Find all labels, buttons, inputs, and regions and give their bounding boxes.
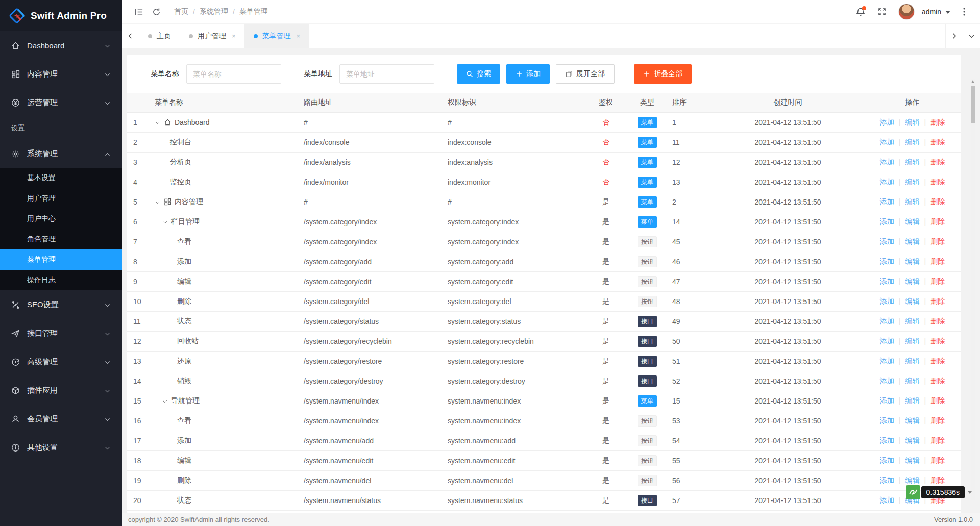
- row-add-link[interactable]: 添加: [880, 416, 894, 424]
- row-edit-link[interactable]: 编辑: [905, 357, 920, 365]
- sidebar-subitem-菜单管理[interactable]: 菜单管理: [0, 249, 122, 270]
- row-delete-link[interactable]: 删除: [930, 138, 945, 146]
- row-edit-link[interactable]: 编辑: [905, 277, 920, 285]
- row-add-link[interactable]: 添加: [880, 476, 894, 484]
- sidebar-item-插件应用[interactable]: 插件应用: [0, 376, 122, 405]
- breadcrumb-home[interactable]: 首页: [174, 7, 188, 16]
- row-delete-link[interactable]: 删除: [930, 377, 945, 385]
- row-delete-link[interactable]: 删除: [930, 337, 945, 345]
- row-add-link[interactable]: 添加: [880, 297, 894, 305]
- sidebar-item-dashboard[interactable]: Dashboard: [0, 31, 122, 60]
- row-edit-link[interactable]: 编辑: [905, 377, 920, 385]
- row-delete-link[interactable]: 删除: [930, 436, 945, 444]
- row-add-link[interactable]: 添加: [880, 197, 894, 206]
- sidebar-item-会员管理[interactable]: 会员管理: [0, 405, 122, 433]
- row-delete-link[interactable]: 删除: [930, 217, 945, 226]
- row-add-link[interactable]: 添加: [880, 317, 894, 325]
- row-edit-link[interactable]: 编辑: [905, 317, 920, 325]
- scrollbar-thumb[interactable]: [971, 86, 975, 123]
- row-add-link[interactable]: 添加: [880, 357, 894, 365]
- tab-close-icon[interactable]: ×: [297, 32, 301, 40]
- row-delete-link[interactable]: 删除: [930, 277, 945, 285]
- row-add-link[interactable]: 添加: [880, 257, 894, 265]
- debug-time-badge[interactable]: 0.315836s: [921, 486, 965, 498]
- row-add-link[interactable]: 添加: [880, 178, 894, 186]
- row-add-link[interactable]: 添加: [880, 337, 894, 345]
- tab-菜单管理[interactable]: 菜单管理×: [245, 24, 310, 48]
- tabs-scroll-left-button[interactable]: [122, 24, 139, 48]
- row-edit-link[interactable]: 编辑: [905, 138, 920, 146]
- debug-toolbar[interactable]: 0.315836s: [906, 485, 972, 499]
- row-delete-link[interactable]: 删除: [930, 197, 945, 206]
- notifications-button[interactable]: [851, 3, 870, 21]
- menu-name-cell[interactable]: 栏目管理: [155, 217, 296, 227]
- row-delete-link[interactable]: 删除: [930, 357, 945, 365]
- avatar[interactable]: [898, 4, 915, 20]
- search-button[interactable]: 搜索: [457, 64, 500, 84]
- sidebar-item-高级管理[interactable]: 高级管理: [0, 347, 122, 376]
- row-delete-link[interactable]: 删除: [930, 476, 945, 484]
- row-add-link[interactable]: 添加: [880, 436, 894, 444]
- row-add-link[interactable]: 添加: [880, 217, 894, 226]
- sidebar-subitem-基本设置[interactable]: 基本设置: [0, 168, 122, 188]
- fullscreen-button[interactable]: [873, 3, 891, 21]
- sidebar-item-seo设置[interactable]: SEO设置: [0, 290, 122, 319]
- menu-name-input[interactable]: [186, 64, 281, 84]
- sidebar-item-系统管理[interactable]: 系统管理: [0, 139, 122, 168]
- menu-url-input[interactable]: [339, 64, 434, 84]
- scrollbar-up-arrow-icon[interactable]: [971, 80, 974, 83]
- row-add-link[interactable]: 添加: [880, 138, 894, 146]
- row-edit-link[interactable]: 编辑: [905, 416, 920, 424]
- row-edit-link[interactable]: 编辑: [905, 217, 920, 226]
- sidebar-subitem-角色管理[interactable]: 角色管理: [0, 229, 122, 249]
- tab-主页[interactable]: 主页: [139, 24, 180, 48]
- row-edit-link[interactable]: 编辑: [905, 197, 920, 206]
- tabs-menu-button[interactable]: [963, 24, 980, 48]
- row-add-link[interactable]: 添加: [880, 456, 894, 464]
- row-delete-link[interactable]: 删除: [930, 118, 945, 126]
- tab-close-icon[interactable]: ×: [232, 32, 236, 40]
- row-edit-link[interactable]: 编辑: [905, 456, 920, 464]
- row-edit-link[interactable]: 编辑: [905, 476, 920, 484]
- menu-name-cell[interactable]: Dashboard: [155, 118, 296, 127]
- sidebar-subitem-操作日志[interactable]: 操作日志: [0, 270, 122, 290]
- row-edit-link[interactable]: 编辑: [905, 118, 920, 126]
- debug-caret-icon[interactable]: [968, 491, 972, 494]
- collapse-sidebar-icon[interactable]: [130, 3, 148, 20]
- row-delete-link[interactable]: 删除: [930, 297, 945, 305]
- row-edit-link[interactable]: 编辑: [905, 297, 920, 305]
- row-edit-link[interactable]: 编辑: [905, 237, 920, 245]
- row-delete-link[interactable]: 删除: [930, 257, 945, 265]
- more-menu-button[interactable]: [957, 3, 972, 21]
- row-delete-link[interactable]: 删除: [930, 237, 945, 245]
- row-edit-link[interactable]: 编辑: [905, 396, 920, 405]
- menu-name-cell[interactable]: 导航管理: [155, 396, 296, 406]
- row-delete-link[interactable]: 删除: [930, 396, 945, 405]
- vertical-scrollbar[interactable]: [971, 79, 975, 500]
- user-menu-caret-icon[interactable]: [945, 11, 950, 14]
- tabs-scroll-right-button[interactable]: [945, 24, 963, 48]
- collapse-all-button[interactable]: 折叠全部: [634, 64, 692, 84]
- row-delete-link[interactable]: 删除: [930, 178, 945, 186]
- menu-name-cell[interactable]: 内容管理: [155, 197, 296, 207]
- row-delete-link[interactable]: 删除: [930, 456, 945, 464]
- row-delete-link[interactable]: 删除: [930, 317, 945, 325]
- sidebar-item-其他设置[interactable]: 其他设置: [0, 433, 122, 462]
- row-edit-link[interactable]: 编辑: [905, 257, 920, 265]
- sidebar-subitem-用户中心[interactable]: 用户中心: [0, 209, 122, 229]
- row-add-link[interactable]: 添加: [880, 237, 894, 245]
- expand-all-button[interactable]: 展开全部: [556, 64, 615, 84]
- row-edit-link[interactable]: 编辑: [905, 436, 920, 444]
- row-edit-link[interactable]: 编辑: [905, 337, 920, 345]
- row-add-link[interactable]: 添加: [880, 396, 894, 405]
- row-add-link[interactable]: 添加: [880, 158, 894, 166]
- row-edit-link[interactable]: 编辑: [905, 158, 920, 166]
- refresh-icon[interactable]: [148, 3, 165, 20]
- row-delete-link[interactable]: 删除: [930, 416, 945, 424]
- row-add-link[interactable]: 添加: [880, 496, 894, 504]
- tab-用户管理[interactable]: 用户管理×: [180, 24, 245, 48]
- breadcrumb-system[interactable]: 系统管理: [200, 7, 228, 16]
- row-add-link[interactable]: 添加: [880, 277, 894, 285]
- sidebar-item-接口管理[interactable]: 接口管理: [0, 319, 122, 347]
- debug-logo-icon[interactable]: [906, 485, 920, 499]
